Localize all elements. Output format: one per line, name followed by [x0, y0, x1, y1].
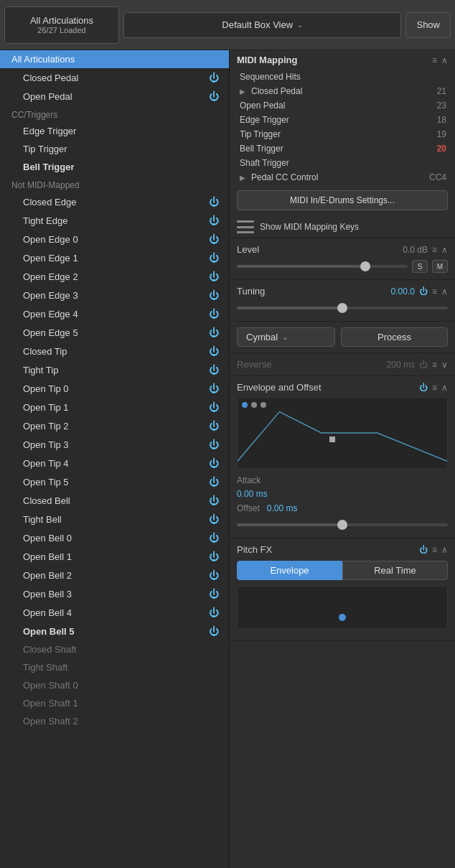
offset-slider-thumb[interactable]: [337, 520, 347, 530]
power-icon[interactable]: ⏻: [209, 588, 219, 599]
collapse-icon[interactable]: ∧: [441, 55, 448, 65]
list-item-edge-trigger[interactable]: Edge Trigger: [0, 122, 229, 140]
level-slider[interactable]: [237, 259, 408, 274]
cymbal-dropdown[interactable]: Cymbal ⌄: [237, 327, 335, 347]
list-item-open-edge-2[interactable]: Open Edge 2 ⏻: [0, 267, 229, 286]
hamburger-icon[interactable]: ≡: [432, 286, 437, 297]
list-item-open-tip-1[interactable]: Open Tip 1 ⏻: [0, 398, 229, 416]
list-item-open-shaft-1[interactable]: Open Shaft 1: [0, 694, 229, 712]
power-icon[interactable]: ⏻: [209, 308, 219, 319]
process-button[interactable]: Process: [341, 327, 448, 347]
list-item-open-shaft-2[interactable]: Open Shaft 2: [0, 712, 229, 730]
power-icon[interactable]: ⏻: [209, 90, 219, 102]
list-item-open-bell-4[interactable]: Open Bell 4 ⏻: [0, 603, 229, 622]
power-icon[interactable]: ⏻: [209, 625, 219, 637]
envelope-marker[interactable]: [329, 437, 335, 442]
tuning-slider-thumb[interactable]: [337, 303, 347, 313]
power-icon[interactable]: ⏻: [209, 327, 219, 338]
list-item-open-tip-3[interactable]: Open Tip 3 ⏻: [0, 435, 229, 454]
list-item-open-tip-4[interactable]: Open Tip 4 ⏻: [0, 454, 229, 472]
list-item-open-bell-1[interactable]: Open Bell 1 ⏻: [0, 547, 229, 566]
hamburger-icon[interactable]: ≡: [432, 360, 437, 370]
hamburger-icon[interactable]: ≡: [432, 545, 437, 555]
list-item-open-tip-5[interactable]: Open Tip 5 ⏻: [0, 472, 229, 491]
m-button[interactable]: M: [432, 260, 448, 273]
articulations-dropdown[interactable]: All Articulations 26/27 Loaded: [4, 6, 119, 44]
list-item-open-tip-0[interactable]: Open Tip 0 ⏻: [0, 379, 229, 398]
list-item-open-bell-3[interactable]: Open Bell 3 ⏻: [0, 584, 229, 603]
list-item-open-shaft-0[interactable]: Open Shaft 0: [0, 676, 229, 694]
list-item-closed-bell[interactable]: Closed Bell ⏻: [0, 491, 229, 510]
list-item-closed-tip[interactable]: Closed Tip ⏻: [0, 342, 229, 360]
list-item-open-bell-2[interactable]: Open Bell 2 ⏻: [0, 566, 229, 584]
list-item-bell-trigger[interactable]: Bell Trigger: [0, 158, 229, 176]
power-icon[interactable]: ⏻: [209, 233, 219, 245]
collapse-icon[interactable]: ∧: [441, 286, 448, 297]
list-item-open-bell-5[interactable]: Open Bell 5 ⏻: [0, 622, 229, 640]
midi-item-sequenced-hits[interactable]: Sequenced Hits: [230, 70, 455, 84]
list-item-open-edge-3[interactable]: Open Edge 3 ⏻: [0, 286, 229, 304]
power-icon[interactable]: ⏻: [209, 383, 219, 394]
midi-item-shaft-trigger[interactable]: Shaft Trigger: [230, 156, 455, 170]
list-item-tight-bell[interactable]: Tight Bell ⏻: [0, 510, 229, 528]
power-icon[interactable]: ⏻: [209, 569, 219, 581]
level-slider-thumb[interactable]: [360, 261, 370, 271]
expand-icon[interactable]: ∨: [441, 360, 448, 370]
list-item-tip-trigger[interactable]: Tip Trigger: [0, 140, 229, 158]
s-button[interactable]: S: [412, 260, 428, 273]
list-item-open-edge-1[interactable]: Open Edge 1 ⏻: [0, 248, 229, 267]
hamburger-icon[interactable]: ≡: [432, 383, 437, 393]
list-item-tight-tip[interactable]: Tight Tip ⏻: [0, 360, 229, 379]
power-icon[interactable]: ⏻: [209, 215, 219, 226]
list-item-all-articulations[interactable]: All Articulations: [0, 50, 229, 68]
list-item-tight-shaft[interactable]: Tight Shaft: [0, 658, 229, 676]
hamburger-icon[interactable]: ≡: [432, 245, 437, 255]
list-item-open-edge-4[interactable]: Open Edge 4 ⏻: [0, 304, 229, 323]
list-item-closed-edge[interactable]: Closed Edge ⏻: [0, 192, 229, 211]
show-button[interactable]: Show: [405, 12, 451, 38]
midi-item-tip-trigger[interactable]: Tip Trigger 19: [230, 127, 455, 141]
list-item-tight-edge[interactable]: Tight Edge ⏻: [0, 211, 229, 230]
collapse-icon[interactable]: ∧: [441, 383, 448, 393]
power-icon[interactable]: ⏻: [209, 439, 219, 450]
power-icon[interactable]: ⏻: [209, 513, 219, 525]
view-dropdown[interactable]: Default Box View ⌄: [123, 12, 401, 38]
list-item-open-pedal[interactable]: Open Pedal ⏻: [0, 87, 229, 106]
power-icon[interactable]: ⏻: [419, 360, 428, 370]
midi-item-pedal-cc[interactable]: ▶ Pedal CC Control CC4: [230, 170, 455, 185]
power-icon[interactable]: ⏻: [209, 289, 219, 301]
midi-item-closed-pedal[interactable]: ▶ Closed Pedal 21: [230, 84, 455, 98]
list-item-open-bell-0[interactable]: Open Bell 0 ⏻: [0, 528, 229, 547]
list-item-open-edge-5[interactable]: Open Edge 5 ⏻: [0, 323, 229, 342]
power-icon[interactable]: ⏻: [209, 401, 219, 413]
power-icon[interactable]: ⏻: [209, 476, 219, 487]
offset-slider[interactable]: [237, 518, 448, 532]
list-item-open-edge-0[interactable]: Open Edge 0 ⏻: [0, 230, 229, 248]
midi-item-bell-trigger[interactable]: Bell Trigger 20: [230, 141, 455, 156]
show-midi-label[interactable]: Show MIDI Mapping Keys: [260, 222, 359, 232]
power-icon[interactable]: ⏻: [209, 551, 219, 562]
power-icon[interactable]: ⏻: [209, 271, 219, 282]
list-item-closed-pedal[interactable]: Closed Pedal ⏻: [0, 68, 229, 87]
power-icon[interactable]: ⏻: [209, 196, 219, 207]
collapse-icon[interactable]: ∧: [441, 545, 448, 555]
power-icon[interactable]: ⏻: [209, 252, 219, 263]
hamburger-icon[interactable]: ≡: [432, 55, 437, 65]
midi-item-open-pedal[interactable]: Open Pedal 23: [230, 98, 455, 113]
power-icon[interactable]: ⏻: [209, 607, 219, 618]
list-item-open-tip-2[interactable]: Open Tip 2 ⏻: [0, 416, 229, 435]
show-midi-row[interactable]: Show MIDI Mapping Keys: [230, 216, 455, 238]
midi-in-button[interactable]: MIDI In/E-Drums Settings...: [237, 190, 448, 210]
power-icon[interactable]: ⏻: [209, 345, 219, 357]
power-icon[interactable]: ⏻: [419, 383, 428, 393]
pitchfx-dot[interactable]: [339, 614, 346, 621]
power-icon[interactable]: ⏻: [209, 532, 219, 543]
tab-envelope[interactable]: Envelope: [237, 561, 342, 580]
power-icon[interactable]: ⏻: [209, 420, 219, 431]
power-icon[interactable]: ⏻: [209, 457, 219, 469]
collapse-icon[interactable]: ∧: [441, 245, 448, 255]
power-icon[interactable]: ⏻: [209, 364, 219, 375]
power-icon[interactable]: ⏻: [209, 72, 219, 83]
power-icon[interactable]: ⏻: [419, 286, 428, 297]
list-item-closed-shaft[interactable]: Closed Shaft: [0, 640, 229, 658]
